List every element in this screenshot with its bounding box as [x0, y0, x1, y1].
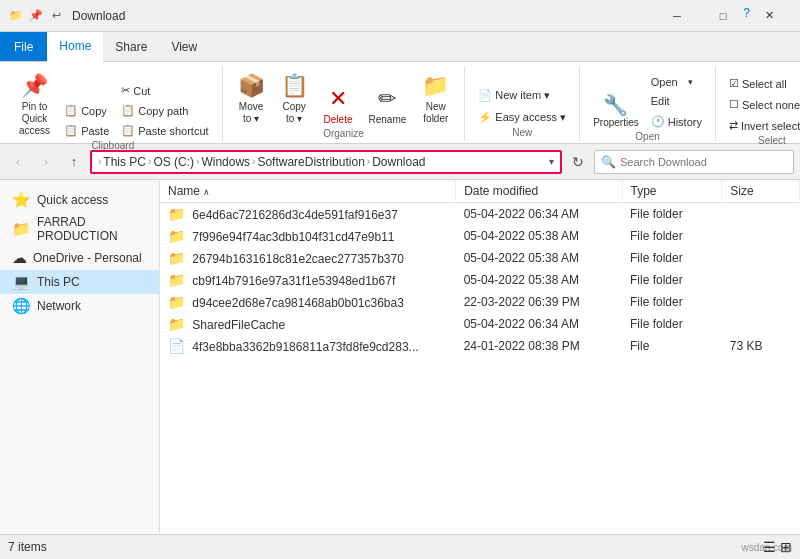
- invert-selection-button[interactable]: ⇄ Invert selection: [724, 116, 800, 135]
- properties-button[interactable]: 🔧 Properties: [588, 90, 644, 131]
- copy-button[interactable]: 📋 Copy: [59, 101, 114, 120]
- window-controls: ─ □ ✕: [654, 0, 792, 32]
- up-button[interactable]: ↑: [62, 150, 86, 174]
- tab-file[interactable]: File: [0, 32, 47, 61]
- file-area: Name ∧ Date modified Type Size 📁 6e4d6a: [160, 180, 800, 534]
- onedrive-icon: ☁: [12, 249, 27, 267]
- status-bar: 7 items ☰ ⊞: [0, 534, 800, 559]
- select-label: Select: [758, 135, 786, 149]
- open-button[interactable]: Open: [646, 74, 685, 90]
- file-date: 05-04-2022 05:38 AM: [456, 247, 622, 269]
- this-pc-icon: 💻: [12, 273, 31, 291]
- maximize-button[interactable]: □: [700, 0, 746, 32]
- item-count: 7 items: [8, 540, 47, 554]
- file-table-header: Name ∧ Date modified Type Size: [160, 180, 800, 203]
- open-btn-row: Open ▾: [646, 74, 707, 90]
- file-type: File folder: [622, 203, 722, 226]
- sidebar-item-farrad[interactable]: 📁 FARRAD PRODUCTION: [0, 212, 159, 246]
- new-item-icon: 📄: [478, 89, 492, 102]
- file-name: 26794b1631618c81e2caec277357b370: [192, 252, 404, 266]
- select-all-button[interactable]: ☑ Select all: [724, 74, 800, 93]
- crumb-download[interactable]: Download: [372, 155, 425, 169]
- col-header-type[interactable]: Type: [622, 180, 722, 203]
- pin-icon: 📌: [28, 8, 44, 24]
- move-to-button[interactable]: 📦 Moveto ▾: [231, 70, 272, 128]
- table-row[interactable]: 📁 6e4d6ac7216286d3c4de591faf916e37 05-04…: [160, 203, 800, 226]
- select-all-icon: ☑: [729, 77, 739, 90]
- address-dropdown-icon[interactable]: ▾: [549, 156, 554, 167]
- file-icon: 📁: [168, 272, 185, 288]
- file-name: SharedFileCache: [192, 318, 285, 332]
- forward-button[interactable]: ›: [34, 150, 58, 174]
- title-bar: 📁 📌 ↩ Download ─ □ ✕ ?: [0, 0, 800, 32]
- new-item-button[interactable]: 📄 New item ▾: [473, 86, 571, 105]
- file-name: 7f996e94f74ac3dbb104f31cd47e9b11: [192, 230, 394, 244]
- file-name: 4f3e8bba3362b9186811a73fd8fe9cd283...: [192, 340, 418, 354]
- new-folder-button[interactable]: 📁 Newfolder: [415, 70, 456, 128]
- help-icon: ?: [743, 6, 750, 20]
- search-bar[interactable]: 🔍: [594, 150, 794, 174]
- crumb-windows[interactable]: Windows: [201, 155, 250, 169]
- edit-button[interactable]: Edit: [646, 92, 707, 110]
- search-input[interactable]: [620, 156, 787, 168]
- table-row[interactable]: 📁 SharedFileCache 05-04-2022 06:34 AM Fi…: [160, 313, 800, 335]
- col-header-date[interactable]: Date modified: [456, 180, 622, 203]
- col-header-size[interactable]: Size: [722, 180, 800, 203]
- minimize-button[interactable]: ─: [654, 0, 700, 32]
- copy-to-button[interactable]: 📋 Copyto ▾: [274, 70, 315, 128]
- table-row[interactable]: 📁 26794b1631618c81e2caec277357b370 05-04…: [160, 247, 800, 269]
- sidebar-item-this-pc[interactable]: 💻 This PC: [0, 270, 159, 294]
- paste-button[interactable]: 📋 Paste: [59, 121, 114, 140]
- col-header-name[interactable]: Name ∧: [160, 180, 456, 203]
- file-size: [722, 247, 800, 269]
- tab-view[interactable]: View: [159, 32, 209, 61]
- easy-access-button[interactable]: ⚡ Easy access ▾: [473, 108, 571, 127]
- crumb-osc[interactable]: OS (C:): [153, 155, 194, 169]
- cut-button[interactable]: ✂ Cut: [116, 81, 213, 100]
- file-date: 22-03-2022 06:39 PM: [456, 291, 622, 313]
- copy-path-button[interactable]: 📋 Copy path: [116, 101, 213, 120]
- new-folder-icon: 📁: [422, 73, 449, 99]
- pin-to-quick-access-button[interactable]: 📌 Pin to Quick access: [12, 70, 57, 140]
- sidebar-item-quick-access[interactable]: ⭐ Quick access: [0, 188, 159, 212]
- sidebar-item-network[interactable]: 🌐 Network: [0, 294, 159, 318]
- select-none-button[interactable]: ☐ Select none: [724, 95, 800, 114]
- crumb-thispc[interactable]: This PC: [103, 155, 146, 169]
- open-dropdown[interactable]: ▾: [685, 75, 697, 89]
- invert-icon: ⇄: [729, 119, 738, 132]
- tab-share[interactable]: Share: [103, 32, 159, 61]
- sidebar-item-onedrive[interactable]: ☁ OneDrive - Personal: [0, 246, 159, 270]
- search-icon: 🔍: [601, 155, 616, 169]
- paste-shortcut-icon: 📋: [121, 124, 135, 137]
- history-button[interactable]: 🕐 History: [646, 112, 707, 131]
- folder-icon: 📁: [8, 8, 24, 24]
- paste-icon: 📋: [64, 124, 78, 137]
- copy-icon: 📋: [64, 104, 78, 117]
- organize-group: 📦 Moveto ▾ 📋 Copyto ▾ ✕ Delete ✏ Rename …: [223, 66, 466, 141]
- crumb-softwaredist[interactable]: SoftwareDistribution: [257, 155, 364, 169]
- organize-label: Organize: [323, 128, 364, 142]
- file-date: 05-04-2022 05:38 AM: [456, 225, 622, 247]
- paste-shortcut-button[interactable]: 📋 Paste shortcut: [116, 121, 213, 140]
- rename-button[interactable]: ✏ Rename: [362, 83, 414, 128]
- file-table: Name ∧ Date modified Type Size 📁 6e4d6a: [160, 180, 800, 357]
- address-bar[interactable]: › This PC › OS (C:) › Windows › Software…: [90, 150, 562, 174]
- open-buttons: 🔧 Properties Open ▾ Edit 🕐 History: [588, 66, 707, 131]
- table-row[interactable]: 📁 cb9f14b7916e97a31f1e53948ed1b67f 05-04…: [160, 269, 800, 291]
- refresh-button[interactable]: ↻: [566, 150, 590, 174]
- table-row[interactable]: 📄 4f3e8bba3362b9186811a73fd8fe9cd283... …: [160, 335, 800, 357]
- address-bar-area: ‹ › ↑ › This PC › OS (C:) › Windows › So…: [0, 144, 800, 180]
- sidebar-onedrive-label: OneDrive - Personal: [33, 251, 142, 265]
- tab-home[interactable]: Home: [47, 32, 103, 62]
- table-row[interactable]: 📁 d94cee2d68e7ca981468ab0b01c36ba3 22-03…: [160, 291, 800, 313]
- sidebar-farrad-label: FARRAD PRODUCTION: [37, 215, 151, 243]
- close-button[interactable]: ✕: [746, 0, 792, 32]
- back-button[interactable]: ‹: [6, 150, 30, 174]
- table-row[interactable]: 📁 7f996e94f74ac3dbb104f31cd47e9b11 05-04…: [160, 225, 800, 247]
- ribbon-tabs: File Home Share View: [0, 32, 800, 62]
- file-type: File: [622, 335, 722, 357]
- file-date: 05-04-2022 06:34 AM: [456, 313, 622, 335]
- delete-button[interactable]: ✕ Delete: [317, 83, 360, 128]
- file-icon: 📁: [168, 316, 185, 332]
- file-icon: 📁: [168, 294, 185, 310]
